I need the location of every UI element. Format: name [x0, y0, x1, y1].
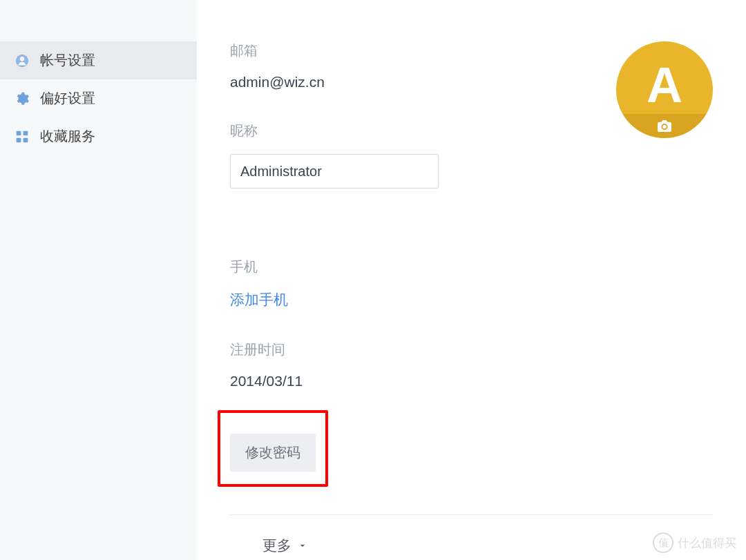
avatar: A	[616, 41, 713, 138]
main-content: A 邮箱 admin@wiz.cn 昵称 手机 添加手机 注册时间 2014/0…	[197, 0, 746, 560]
sidebar-item-label: 偏好设置	[40, 89, 95, 108]
grid-icon	[14, 128, 30, 145]
more-button[interactable]: 更多	[251, 536, 320, 555]
avatar-camera-strip[interactable]	[616, 114, 713, 138]
add-phone-link[interactable]: 添加手机	[230, 290, 713, 309]
svg-rect-5	[23, 137, 28, 142]
watermark-badge: 值	[653, 532, 673, 553]
svg-point-1	[20, 57, 24, 61]
change-password-button[interactable]: 修改密码	[230, 434, 316, 472]
watermark-text: 什么值得买	[678, 535, 736, 551]
register-time-value: 2014/03/11	[230, 373, 713, 389]
camera-icon	[657, 120, 672, 133]
phone-label: 手机	[230, 258, 713, 276]
register-time-label: 注册时间	[230, 340, 713, 359]
highlight-annotation: 修改密码	[218, 410, 328, 487]
chevron-down-icon	[297, 540, 308, 551]
svg-rect-2	[17, 131, 21, 135]
phone-field-group: 手机 添加手机	[230, 258, 713, 309]
register-time-field-group: 注册时间 2014/03/11	[230, 340, 713, 389]
avatar-container[interactable]: A	[616, 41, 713, 138]
sidebar-item-label: 收藏服务	[40, 127, 95, 146]
svg-rect-4	[17, 137, 21, 142]
nickname-input[interactable]	[230, 154, 439, 189]
gear-icon	[14, 90, 30, 107]
sidebar-item-favorites[interactable]: 收藏服务	[0, 117, 197, 155]
divider	[230, 514, 713, 515]
avatar-letter: A	[647, 60, 682, 110]
sidebar: 帐号设置 偏好设置 收藏服务	[0, 0, 197, 560]
sidebar-item-preferences[interactable]: 偏好设置	[0, 79, 197, 117]
sidebar-item-account[interactable]: 帐号设置	[0, 41, 197, 79]
sidebar-item-label: 帐号设置	[40, 51, 95, 70]
more-label: 更多	[262, 536, 291, 555]
avatar-background: A	[616, 41, 713, 114]
user-icon	[14, 52, 30, 69]
svg-rect-3	[23, 131, 28, 135]
watermark: 值 什么值得买	[653, 532, 736, 553]
